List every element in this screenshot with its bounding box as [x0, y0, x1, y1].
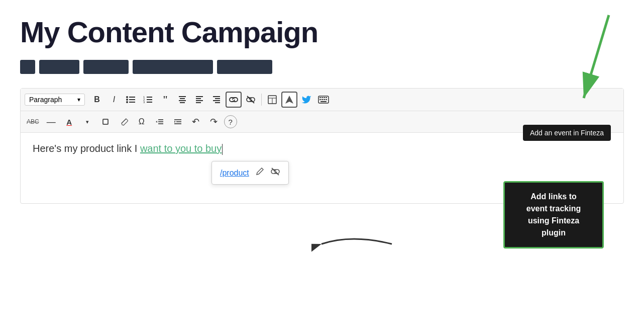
- svg-rect-1: [129, 99, 135, 100]
- indent-button[interactable]: [170, 114, 186, 130]
- svg-rect-13: [180, 98, 185, 99]
- svg-line-24: [247, 96, 254, 103]
- table-button[interactable]: [264, 92, 280, 108]
- svg-point-4: [126, 99, 128, 101]
- svg-rect-16: [196, 96, 203, 97]
- help-button[interactable]: ?: [224, 115, 237, 128]
- twitter-icon: [301, 95, 311, 105]
- twitter-button[interactable]: [298, 92, 314, 108]
- align-left-icon: [195, 95, 204, 104]
- font-color-dropdown[interactable]: ▾: [79, 114, 95, 130]
- undo-button[interactable]: ↶: [188, 114, 204, 130]
- linked-text[interactable]: want to you to buy: [140, 143, 222, 154]
- edit-link-icon[interactable]: [255, 167, 264, 179]
- finteza-popup-text: Add links toevent trackingusing Fintezap…: [526, 192, 581, 237]
- svg-rect-7: [147, 99, 152, 100]
- svg-rect-17: [196, 98, 201, 99]
- svg-rect-43: [158, 121, 163, 122]
- bold-button[interactable]: B: [89, 92, 105, 108]
- outdent-button[interactable]: [152, 114, 168, 130]
- divider-1: [261, 94, 262, 106]
- align-center-button[interactable]: [174, 92, 190, 108]
- svg-rect-31: [321, 97, 323, 98]
- svg-rect-46: [176, 121, 181, 122]
- svg-rect-15: [180, 102, 185, 103]
- svg-rect-12: [179, 96, 186, 97]
- svg-rect-35: [321, 99, 323, 100]
- svg-point-5: [126, 101, 128, 103]
- link-popup: /product: [211, 161, 289, 185]
- svg-rect-2: [129, 102, 135, 103]
- svg-rect-38: [320, 101, 327, 102]
- remove-link-icon[interactable]: [270, 167, 280, 179]
- svg-rect-8: [147, 102, 152, 103]
- indent-icon: [173, 117, 182, 126]
- special-chars-button[interactable]: Ω: [134, 114, 150, 130]
- svg-rect-6: [147, 97, 152, 98]
- svg-rect-30: [319, 97, 321, 98]
- svg-rect-22: [213, 100, 220, 101]
- svg-rect-23: [215, 102, 220, 103]
- eraser-button[interactable]: [116, 114, 132, 130]
- svg-text:3: 3: [143, 101, 145, 104]
- finteza-icon: [284, 95, 294, 105]
- horizontal-rule-button[interactable]: —: [43, 114, 59, 130]
- svg-rect-19: [196, 102, 201, 103]
- link-button[interactable]: [226, 92, 242, 108]
- page-title: My Content Campaign: [20, 15, 624, 49]
- svg-rect-36: [324, 99, 325, 100]
- chevron-down-icon: ▾: [77, 96, 80, 103]
- finteza-button[interactable]: [281, 92, 297, 108]
- content-text-before: Here's my product link I: [33, 143, 140, 154]
- paragraph-select[interactable]: Paragraph ▾: [25, 94, 85, 106]
- svg-rect-33: [326, 97, 327, 98]
- svg-rect-18: [196, 100, 203, 101]
- svg-rect-47: [174, 123, 181, 124]
- unordered-list-button[interactable]: [123, 92, 139, 108]
- keyboard-button[interactable]: [315, 92, 332, 108]
- green-arrow-left: [311, 229, 402, 259]
- redo-button[interactable]: ↷: [206, 114, 222, 130]
- link-url[interactable]: /product: [220, 169, 249, 178]
- format-button[interactable]: [97, 114, 114, 130]
- svg-rect-14: [179, 100, 186, 101]
- eraser-icon: [119, 117, 128, 126]
- keyboard-icon: [318, 96, 329, 104]
- svg-marker-28: [285, 96, 293, 104]
- align-left-button[interactable]: [191, 92, 207, 108]
- font-color-button[interactable]: A: [61, 114, 77, 130]
- outdent-icon: [155, 117, 164, 126]
- toolbar-row1: Paragraph ▾ B I 123 ": [21, 89, 623, 111]
- svg-rect-21: [215, 98, 220, 99]
- svg-rect-45: [174, 119, 181, 120]
- svg-rect-44: [158, 123, 163, 124]
- italic-button[interactable]: I: [106, 92, 122, 108]
- block-4: [133, 60, 213, 74]
- ordered-list-button[interactable]: 123: [140, 92, 156, 108]
- block-1: [20, 60, 35, 74]
- block-3: [83, 60, 129, 74]
- svg-rect-0: [129, 97, 135, 98]
- svg-rect-37: [326, 99, 327, 100]
- link-icon: [229, 95, 238, 104]
- svg-rect-20: [213, 96, 220, 97]
- ul-icon: [126, 95, 136, 105]
- toolbar-placeholder-blocks: [20, 60, 624, 74]
- svg-line-48: [272, 168, 279, 175]
- text-cursor: [222, 144, 223, 155]
- align-right-button[interactable]: [208, 92, 225, 108]
- svg-rect-32: [324, 97, 325, 98]
- strikethrough-button[interactable]: ABC: [25, 114, 41, 130]
- svg-rect-40: [103, 120, 108, 124]
- unlink-icon: [246, 95, 256, 105]
- align-right-icon: [212, 95, 221, 104]
- table-icon: [267, 95, 277, 105]
- svg-point-3: [126, 96, 128, 98]
- block-2: [39, 60, 79, 74]
- unlink-button[interactable]: [243, 92, 259, 108]
- blockquote-button[interactable]: ": [157, 92, 173, 108]
- finteza-info-popup: Add links toevent trackingusing Fintezap…: [503, 181, 604, 249]
- finteza-tooltip: Add an event in Finteza: [523, 125, 611, 141]
- svg-rect-34: [319, 99, 321, 100]
- svg-line-41: [122, 119, 126, 123]
